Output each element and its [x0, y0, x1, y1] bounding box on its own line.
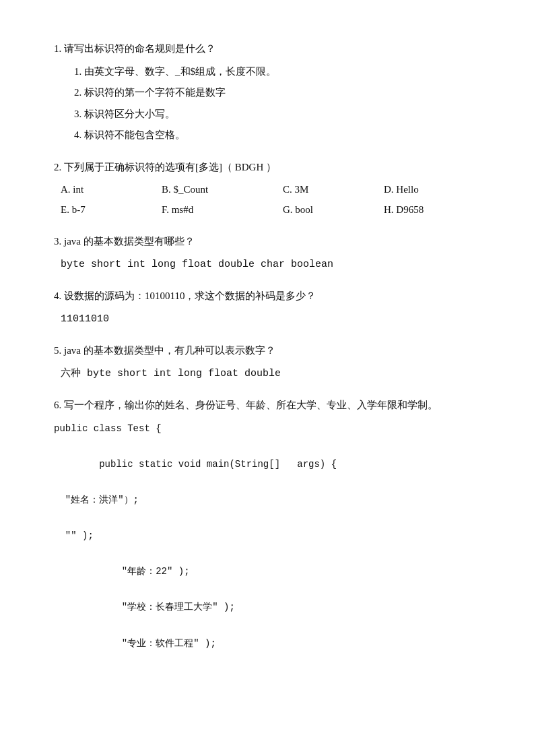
q1-item-4: 4. 标识符不能包含空格。 [74, 127, 487, 144]
q6-title: 6. 写一个程序，输出你的姓名、身份证号、年龄、所在大学、专业、入学年限和学制。 [54, 397, 487, 414]
q1-item-2: 2. 标识符的第一个字符不能是数字 [74, 84, 487, 102]
question-3: 3. java 的基本数据类型有哪些？ byte short int long … [54, 233, 487, 273]
question-2: 2. 下列属于正确标识符的选项有[多选]（ BDGH ） A. int B. $… [54, 159, 487, 219]
q4-title: 4. 设数据的源码为：10100110，求这个数据的补码是多少？ [54, 288, 487, 305]
q1-item-3: 3. 标识符区分大小写。 [74, 106, 487, 123]
question-1: 1. 请写出标识符的命名规则是什么？ 1. 由英文字母、数字、_和$组成，长度不… [54, 40, 487, 144]
q2-opt-a: A. int [61, 181, 162, 199]
q2-opt-h: H. D9658 [384, 201, 485, 219]
q1-title: 1. 请写出标识符的命名规则是什么？ [54, 40, 487, 58]
q1-item-1: 1. 由英文字母、数字、_和$组成，长度不限。 [74, 63, 487, 81]
q5-title: 5. java 的基本数据类型中，有几种可以表示数字？ [54, 342, 487, 360]
question-5: 5. java 的基本数据类型中，有几种可以表示数字？ 六种 byte shor… [54, 342, 487, 382]
q2-opt-b: B. $_Count [162, 181, 283, 199]
q2-opt-c: C. 3M [283, 181, 384, 199]
q2-opt-f: F. ms#d [162, 201, 283, 219]
q4-answer: 11011010 [61, 311, 487, 328]
q2-opt-g: G. bool [283, 201, 384, 219]
q2-opt-e: E. b-7 [61, 201, 162, 219]
question-4: 4. 设数据的源码为：10100110，求这个数据的补码是多少？ 1101101… [54, 288, 487, 327]
question-6: 6. 写一个程序，输出你的姓名、身份证号、年龄、所在大学、专业、入学年限和学制。… [54, 397, 487, 652]
q2-options: A. int B. $_Count C. 3M D. Hello E. b-7 … [61, 181, 487, 218]
q3-answer: byte short int long float double char bo… [61, 256, 487, 274]
q2-title: 2. 下列属于正确标识符的选项有[多选]（ BDGH ） [54, 159, 487, 177]
q2-opt-d: D. Hello [384, 181, 485, 199]
q3-title: 3. java 的基本数据类型有哪些？ [54, 233, 487, 251]
q6-code: public class Test { public static void m… [54, 420, 487, 653]
q5-answer: 六种 byte short int long float double [61, 365, 487, 383]
